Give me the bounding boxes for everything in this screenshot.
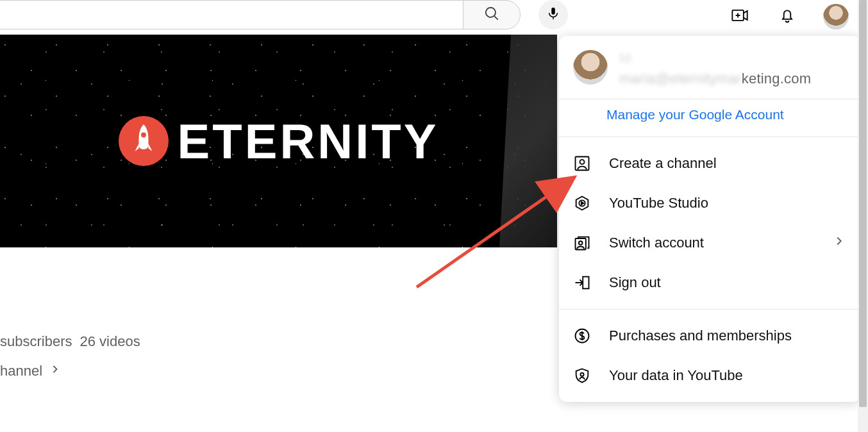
account-menu-section-1: Create a channel YouTube Studio [559,137,860,310]
svg-rect-15 [583,277,588,289]
studio-icon [573,194,591,212]
scrollbar-thumb[interactable] [859,0,867,407]
account-name: M [619,50,846,67]
account-menu: M maria@eternitymarketing.com Manage you… [559,36,860,402]
svg-rect-8 [576,157,589,170]
svg-point-19 [580,373,583,376]
create-video-icon [731,6,749,27]
switch-account-icon [573,234,591,252]
topbar-right [728,4,849,29]
manage-google-account-link[interactable]: Manage your Google Account [559,99,860,124]
person-box-icon [573,154,591,172]
menu-item-label: Create a channel [609,155,846,172]
brand-name: ETERNITY [178,113,439,169]
account-menu-section-2: Purchases and memberships Your data in Y… [559,310,860,402]
svg-point-9 [580,160,585,164]
menu-item-label: Switch account [609,235,814,251]
search-button[interactable] [463,0,521,29]
account-email: maria@eternitymarketing.com [619,71,846,87]
svg-point-0 [486,8,496,17]
notifications-button[interactable] [776,5,799,28]
svg-rect-2 [551,8,555,15]
svg-line-1 [494,16,497,19]
channel-meta: subscribers 26 videos [0,333,140,350]
menu-item-purchases[interactable]: Purchases and memberships [559,316,860,356]
create-button[interactable] [728,5,751,28]
channel-banner: ETERNITY [0,35,557,247]
search-icon [483,5,500,24]
voice-search-button[interactable] [538,0,568,29]
account-avatar-button[interactable] [823,4,849,29]
menu-item-label: Sign out [609,274,846,291]
bell-icon [778,6,796,27]
data-shield-icon [573,367,591,385]
menu-item-youtube-studio[interactable]: YouTube Studio [559,183,860,223]
account-avatar [573,50,608,85]
svg-point-14 [579,241,583,245]
account-menu-header: M maria@eternitymarketing.com [559,36,860,99]
chevron-right-icon [49,363,62,379]
menu-item-label: Purchases and memberships [609,328,846,344]
microphone-icon [546,6,560,23]
brand-logo [119,116,169,166]
subscribers-text: subscribers [0,333,72,350]
menu-item-sign-out[interactable]: Sign out [559,263,860,303]
brand: ETERNITY [119,113,439,169]
channel-link-text: hannel [0,363,42,379]
videos-count: 26 videos [79,333,140,350]
svg-point-7 [141,133,146,138]
banner-decoration [499,35,557,247]
svg-marker-12 [581,202,584,205]
top-bar [0,0,868,36]
search-input[interactable] [0,0,463,29]
chevron-right-icon [832,234,846,252]
menu-item-label: Your data in YouTube [609,367,846,384]
sign-out-icon [573,274,591,292]
menu-item-switch-account[interactable]: Switch account [559,223,860,263]
search-container [0,0,521,29]
menu-item-your-data[interactable]: Your data in YouTube [559,356,860,395]
page-scrollbar[interactable] [858,0,868,432]
rocket-icon [132,124,155,158]
menu-item-label: YouTube Studio [609,195,846,212]
menu-item-create-channel[interactable]: Create a channel [559,144,860,183]
channel-about-link[interactable]: hannel [0,363,62,379]
dollar-circle-icon [573,327,591,345]
